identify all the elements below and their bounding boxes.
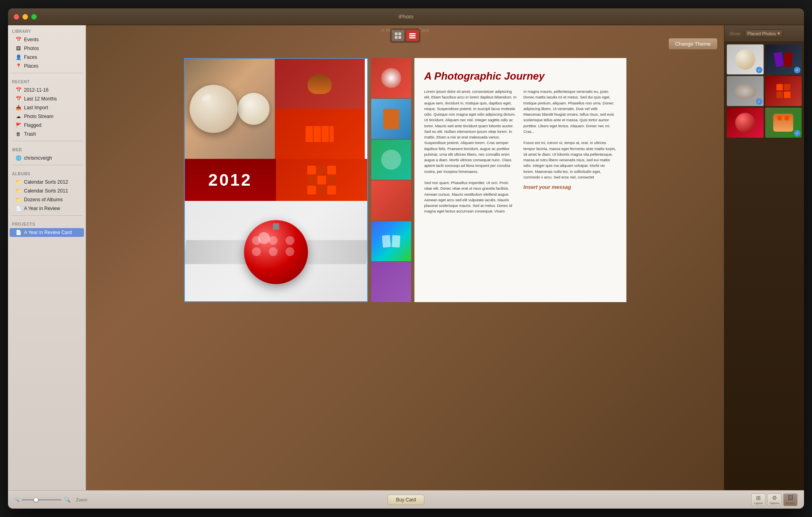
card-page-left[interactable]: 2012 xyxy=(184,58,368,302)
sidebar-item-places[interactable]: 📍 Places xyxy=(10,62,84,70)
sidebar-item-card[interactable]: 📄 A Year in Review Card xyxy=(10,228,84,237)
mid-photo-4 xyxy=(371,180,411,220)
zoom-label: Zoom xyxy=(76,497,87,502)
faces-icon: 👤 xyxy=(15,54,22,60)
sidebar-item-events[interactable]: 📅 Events xyxy=(10,35,84,44)
sidebar-item-events-label: Events xyxy=(24,37,39,42)
sidebar-item-yearreview[interactable]: 📄 A Year in Review xyxy=(10,204,84,213)
sidebar-item-import-label: Last Import xyxy=(24,105,48,110)
sidebar-item-last-import[interactable]: 📥 Last Import xyxy=(10,103,84,112)
sidebar-item-cal2011[interactable]: 📁 Calendar Sorts 2011 xyxy=(10,186,84,195)
bottom-bar: 🔍 🔍 Zoom Buy Card ⊞ Layout ⚙ Options 🖼 P… xyxy=(8,490,804,509)
sidebar-item-cal2011-label: Calendar Sorts 2011 xyxy=(24,188,68,194)
options-tool-button[interactable]: ⚙ Options xyxy=(767,493,782,506)
card-page-title: A Photographic Journey xyxy=(424,70,616,82)
sidebar-item-flagged-label: Flagged xyxy=(24,122,41,128)
zoom-slider-track[interactable] xyxy=(22,499,62,501)
list-view-button[interactable] xyxy=(406,30,419,41)
svg-rect-6 xyxy=(409,37,416,38)
ornament-photo xyxy=(185,201,367,302)
sidebar-item-flagged[interactable]: 🚩 Flagged xyxy=(10,121,84,130)
sidebar-item-photos-label: Photos xyxy=(24,46,39,51)
svg-rect-5 xyxy=(409,35,416,36)
page-columns: Lorem ipsum dolor sit amet, consectetuer… xyxy=(424,89,616,214)
places-icon: 📍 xyxy=(15,63,22,69)
recent-section-label: RECENT xyxy=(8,76,86,86)
insert-message[interactable]: Insert your messag xyxy=(524,184,616,190)
albums-section-label: ALBUMS xyxy=(8,168,86,178)
sidebar-item-dozens[interactable]: 📁 Dozens of Albums xyxy=(10,195,84,204)
chevron-down-icon: ▾ xyxy=(778,31,780,36)
thumb-1[interactable]: ✓ xyxy=(727,44,764,74)
sidebar-item-trash[interactable]: 🗑 Trash xyxy=(10,130,84,138)
album-cal2012-icon: 📁 xyxy=(15,179,22,185)
lego-grid-photo xyxy=(276,159,367,201)
photos-icon: 🖼 xyxy=(15,45,22,52)
maximize-button[interactable] xyxy=(31,14,37,20)
photos-tool-icon: 🖼 xyxy=(788,495,793,501)
sidebar-item-photos[interactable]: 🖼 Photos xyxy=(10,44,84,53)
photos-tool-label: Photos xyxy=(786,502,795,505)
thumb-2[interactable]: ✓ xyxy=(765,44,802,74)
album-dozens-icon: 📁 xyxy=(15,196,22,203)
zoom-control: 🔍 🔍 xyxy=(14,497,70,503)
divider-4 xyxy=(11,215,82,216)
layout-tool-button[interactable]: ⊞ Layout xyxy=(751,493,766,506)
sidebar-item-chrismcveigh[interactable]: 🌐 chrismcveigh xyxy=(10,154,84,162)
sidebar-item-date2012[interactable]: 📅 2012-11-16 xyxy=(10,86,84,94)
svg-rect-0 xyxy=(395,32,398,35)
zoom-slider-thumb[interactable] xyxy=(34,497,38,502)
mid-photo-3 xyxy=(371,140,411,180)
web-icon: 🌐 xyxy=(15,155,22,161)
thumb-6[interactable]: ✓ xyxy=(765,108,802,138)
sidebar: LIBRARY 📅 Events 🖼 Photos 👤 Faces 📍 Plac… xyxy=(8,25,86,490)
sidebar-item-card-label: A Year in Review Card xyxy=(24,230,72,235)
thumb-2-check: ✓ xyxy=(794,67,800,73)
sidebar-item-date-label: 2012-11-16 xyxy=(24,87,48,93)
ornament-ball xyxy=(244,220,308,284)
bottom-controls xyxy=(86,487,724,490)
events-icon: 📅 xyxy=(15,36,22,43)
sidebar-item-cal2012[interactable]: 📁 Calendar Sorts 2012 xyxy=(10,178,84,186)
sidebar-item-last12[interactable]: 📅 Last 12 Months xyxy=(10,94,84,103)
svg-rect-2 xyxy=(395,36,398,39)
album-cal2011-icon: 📁 xyxy=(15,188,22,194)
calendar-icon: 📅 xyxy=(15,87,22,93)
thumb-3[interactable]: ✓ xyxy=(727,76,764,106)
sidebar-item-faces[interactable]: 👤 Faces xyxy=(10,53,84,62)
thumb-5[interactable] xyxy=(727,108,764,138)
card-icon: 📄 xyxy=(15,229,22,236)
zoom-icon: 🔍 xyxy=(14,497,19,502)
sidebar-item-stream-label: Photo Stream xyxy=(24,114,53,119)
grid-view-button[interactable] xyxy=(392,30,404,41)
thumb-4[interactable] xyxy=(765,76,802,106)
svg-rect-1 xyxy=(398,32,401,35)
mid-photo-6 xyxy=(371,262,411,302)
web-section-label: WEB xyxy=(8,144,86,154)
trash-icon: 🗑 xyxy=(15,131,22,137)
change-theme-button[interactable]: Change Theme xyxy=(668,38,718,50)
page-text-col1: Lorem ipsum dolor sit amet, consectetuer… xyxy=(424,89,517,214)
right-panel-header: Show: Placed Photos ▾ xyxy=(724,25,804,42)
close-button[interactable] xyxy=(14,14,19,20)
divider-3 xyxy=(11,165,82,165)
card-middle-strip xyxy=(371,58,411,302)
content-toolbar: Change Theme xyxy=(86,33,724,54)
main-window: iPhoto LIBRARY 📅 Events 🖼 Photos 👤 Faces… xyxy=(8,8,804,509)
thumb-1-check: ✓ xyxy=(756,67,762,73)
sidebar-item-photo-stream[interactable]: ☁ Photo Stream xyxy=(10,112,84,121)
photo-lego-small xyxy=(275,109,365,159)
card-page-right[interactable]: A Photographic Journey Lorem ipsum dolor… xyxy=(414,58,626,302)
last12-icon: 📅 xyxy=(15,96,22,102)
photos-tool-button[interactable]: 🖼 Photos xyxy=(783,493,798,506)
show-label: Show: xyxy=(729,31,742,36)
photo-santa xyxy=(185,59,275,159)
view-toggle xyxy=(390,28,420,43)
buy-card-button[interactable]: Buy Card xyxy=(388,495,424,505)
zoom-icon-large: 🔍 xyxy=(64,497,70,503)
flag-icon: 🚩 xyxy=(15,122,22,128)
year-banner: 2012 xyxy=(185,159,276,201)
placed-photos-dropdown[interactable]: Placed Photos ▾ xyxy=(745,30,783,37)
minimize-button[interactable] xyxy=(22,14,28,20)
stream-icon: ☁ xyxy=(15,113,22,120)
